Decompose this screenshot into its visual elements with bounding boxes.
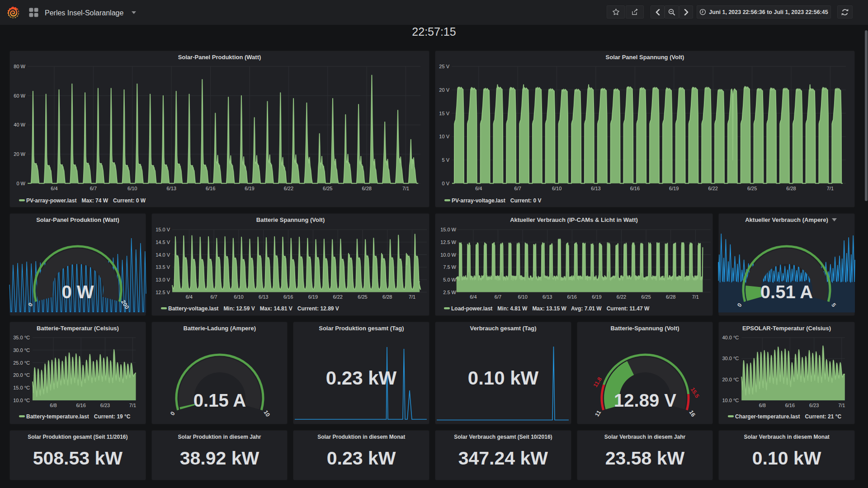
svg-text:6/13: 6/13 (591, 186, 600, 191)
svg-text:Load-power.lastMin: 4.81 WMax:: Load-power.lastMin: 4.81 WMax: 13.15 WAv… (451, 305, 650, 312)
svg-text:7/1: 7/1 (402, 186, 409, 191)
svg-text:0.51 A: 0.51 A (760, 282, 813, 302)
svg-text:16: 16 (688, 409, 696, 418)
svg-text:10.0 °C: 10.0 °C (13, 398, 30, 403)
svg-text:6/28: 6/28 (666, 294, 675, 300)
svg-text:6/28: 6/28 (382, 294, 392, 300)
svg-text:0.15 A: 0.15 A (193, 390, 246, 410)
svg-text:20.0 °C: 20.0 °C (13, 372, 30, 378)
svg-text:6/28: 6/28 (786, 186, 796, 191)
svg-text:6/10: 6/10 (518, 294, 527, 300)
svg-text:6/7: 6/7 (210, 294, 217, 300)
svg-text:0.23 kW: 0.23 kW (326, 367, 397, 389)
svg-text:6/4: 6/4 (470, 294, 476, 300)
svg-text:6/7: 6/7 (514, 186, 521, 191)
svg-text:14.0 V: 14.0 V (156, 252, 170, 258)
svg-text:6/4: 6/4 (475, 186, 482, 191)
svg-text:0 W: 0 W (61, 282, 94, 302)
svg-text:2.5 W: 2.5 W (443, 290, 456, 295)
svg-text:15.0 °C: 15.0 °C (13, 385, 30, 390)
svg-text:PV-array-voltage.lastCurrent:: PV-array-voltage.lastCurrent: 0 V (452, 197, 541, 204)
svg-text:6/8: 6/8 (50, 403, 57, 408)
svg-text:6/19: 6/19 (308, 294, 318, 300)
svg-text:6/4: 6/4 (51, 186, 57, 191)
svg-text:6/25: 6/25 (641, 294, 651, 300)
svg-text:0: 0 (169, 410, 176, 416)
svg-text:Charger-temperature.lastCurren: Charger-temperature.lastCurrent: 21 °C (735, 413, 842, 420)
svg-text:5.0 W: 5.0 W (443, 277, 456, 282)
svg-text:6/10: 6/10 (552, 186, 561, 191)
svg-text:6/16: 6/16 (76, 403, 85, 408)
svg-text:PV-array-power.lastMax: 74 WCu: PV-array-power.lastMax: 74 WCurrent: 0 W (26, 197, 146, 204)
svg-text:11.8: 11.8 (592, 376, 603, 389)
svg-text:40 W: 40 W (14, 122, 25, 127)
svg-text:6/22: 6/22 (333, 294, 342, 300)
svg-text:30.0 °C: 30.0 °C (13, 347, 30, 353)
svg-text:60 W: 60 W (14, 93, 25, 99)
svg-text:6/16: 6/16 (206, 186, 215, 191)
svg-text:0.23 kW: 0.23 kW (327, 448, 396, 469)
svg-text:35.0 °C: 35.0 °C (13, 335, 30, 340)
svg-text:6/8: 6/8 (759, 403, 766, 408)
svg-text:12.89 V: 12.89 V (614, 390, 676, 410)
svg-text:15.5: 15.5 (689, 386, 701, 399)
svg-text:20 W: 20 W (14, 151, 25, 157)
svg-text:6/25: 6/25 (323, 186, 332, 191)
svg-text:80 W: 80 W (14, 64, 25, 69)
svg-text:6/22: 6/22 (708, 186, 717, 191)
svg-text:20 V: 20 V (439, 87, 449, 93)
svg-text:6/13: 6/13 (259, 294, 268, 300)
svg-text:6/19: 6/19 (245, 186, 254, 191)
svg-text:25 V: 25 V (439, 64, 449, 69)
svg-text:23.58 kW: 23.58 kW (605, 448, 685, 469)
svg-text:6/4: 6/4 (186, 294, 193, 300)
svg-text:10.0 W: 10.0 W (440, 252, 456, 258)
svg-text:38.92 kW: 38.92 kW (180, 448, 259, 469)
svg-text:6/7: 6/7 (90, 186, 97, 191)
svg-text:0 V: 0 V (442, 181, 449, 186)
svg-text:5 V: 5 V (442, 157, 449, 163)
svg-text:30.0 °C: 30.0 °C (722, 356, 739, 361)
svg-text:15.0 W: 15.0 W (440, 227, 456, 232)
svg-text:14.5 V: 14.5 V (156, 239, 170, 245)
svg-text:6/25: 6/25 (747, 186, 757, 191)
svg-text:25.0 °C: 25.0 °C (13, 360, 30, 366)
svg-text:508.53 kW: 508.53 kW (33, 448, 123, 469)
svg-text:7/1: 7/1 (692, 294, 699, 300)
svg-text:10.0 °C: 10.0 °C (722, 398, 739, 403)
svg-text:6/22: 6/22 (617, 294, 626, 300)
svg-text:6/22: 6/22 (284, 186, 293, 191)
svg-text:347.24 kW: 347.24 kW (458, 448, 548, 469)
svg-text:6/13: 6/13 (166, 186, 176, 191)
svg-text:7/1: 7/1 (409, 294, 415, 300)
svg-text:6/10: 6/10 (127, 186, 137, 191)
svg-text:7/1: 7/1 (838, 403, 845, 408)
svg-text:40.0 °C: 40.0 °C (722, 335, 739, 340)
svg-text:6/7: 6/7 (495, 294, 501, 300)
svg-text:7/1: 7/1 (827, 186, 834, 191)
svg-text:0.10 kW: 0.10 kW (468, 367, 539, 389)
svg-text:Battery-temperature.lastCurren: Battery-temperature.lastCurrent: 19 °C (26, 413, 131, 420)
svg-text:15.0 V: 15.0 V (156, 227, 170, 232)
svg-text:6/16: 6/16 (567, 294, 577, 300)
svg-text:6/23: 6/23 (100, 403, 110, 408)
svg-text:7.5 W: 7.5 W (443, 264, 456, 270)
svg-text:10: 10 (262, 409, 271, 418)
svg-text:0.10 kW: 0.10 kW (752, 448, 821, 469)
svg-text:15 V: 15 V (439, 111, 449, 116)
svg-text:13.5 V: 13.5 V (156, 264, 170, 270)
svg-text:6/16: 6/16 (785, 403, 795, 408)
svg-text:0 W: 0 W (16, 181, 25, 186)
svg-text:6/13: 6/13 (542, 294, 552, 300)
svg-text:10 V: 10 V (439, 134, 449, 139)
svg-text:12.5 V: 12.5 V (156, 290, 170, 295)
svg-text:6/16: 6/16 (630, 186, 640, 191)
svg-text:7/1: 7/1 (129, 403, 136, 408)
svg-text:11: 11 (594, 409, 602, 418)
svg-text:12.5 W: 12.5 W (440, 239, 456, 245)
svg-text:6/19: 6/19 (669, 186, 679, 191)
svg-text:6/10: 6/10 (234, 294, 243, 300)
svg-text:6/23: 6/23 (809, 403, 819, 408)
svg-text:6/25: 6/25 (358, 294, 367, 300)
svg-text:6/16: 6/16 (283, 294, 293, 300)
